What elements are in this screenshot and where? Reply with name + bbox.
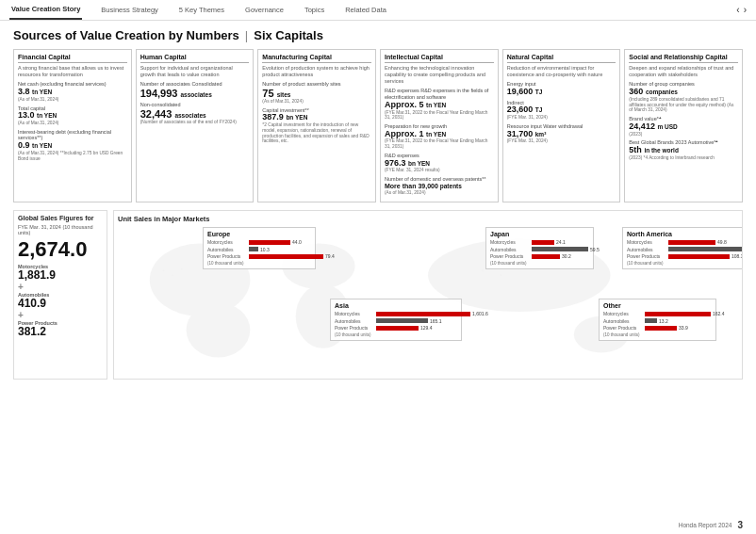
next-arrow[interactable]: › <box>744 5 747 15</box>
svg-point-13 <box>500 275 501 277</box>
natural-capital-title: Natural Capital <box>507 54 616 63</box>
social-capital-title: Social and Relationship Capital <box>629 54 738 63</box>
financial-metric-1: Net cash (excluding financial services) … <box>18 81 127 102</box>
global-sales-motorcycles: Motorcycles 1,881.9 <box>18 264 103 282</box>
north-america-region-box: North America Motorcycles 49.8 Automobil… <box>622 227 743 269</box>
financial-capital-card: Financial Capital A strong financial bas… <box>13 49 132 202</box>
nav-item-related-data[interactable]: Related Data <box>343 0 388 20</box>
intellectual-capital-title: Intellectual Capital <box>385 54 494 63</box>
manufacturing-metric-1: Number of product assembly sites 75 site… <box>262 81 371 104</box>
nav-item-topics[interactable]: Topics <box>303 0 326 20</box>
nav-arrows: ‹ › <box>736 5 747 15</box>
intellectual-capital-desc: Enhancing the technological innovation c… <box>385 65 494 85</box>
human-capital-card: Human Capital Support for individual and… <box>136 49 255 202</box>
svg-point-11 <box>318 259 320 261</box>
asia-region-box: Asia Motorcycles 1,601.6 Automobiles 165… <box>330 299 462 341</box>
other-region-box: Other Motorcycles 162.4 Automobiles 13.2 <box>599 299 716 341</box>
human-metric-2: Non-consolidated 32,443 associates (Numb… <box>140 102 250 124</box>
social-capital-card: Social and Relationship Capital Deepen a… <box>624 49 743 202</box>
manufacturing-capital-title: Manufacturing Capital <box>262 54 371 63</box>
page-title: Sources of Value Creation by Numbers|Six… <box>13 28 743 42</box>
nav-item-governance[interactable]: Governance <box>243 0 286 20</box>
europe-region-box: Europe Motorcycles 44.0 Automobiles 10.3 <box>203 227 316 269</box>
svg-point-7 <box>172 275 173 277</box>
global-sales-automobiles: Automobiles 410.9 <box>18 292 103 310</box>
svg-point-6 <box>162 270 164 272</box>
bottom-section: Global Sales Figures for FYE Mar. 31, 20… <box>13 210 743 380</box>
svg-point-8 <box>181 268 183 270</box>
financial-metric-3: Interest-bearing debt (excluding financi… <box>18 129 127 162</box>
human-metric-1: Number of associates Consolidated 194,99… <box>140 81 250 99</box>
nav-item-business-strategy[interactable]: Business Strategy <box>99 0 159 20</box>
unit-sales-panel: Unit Sales in Major Markets <box>113 210 743 380</box>
financial-capital-title: Financial Capital <box>18 54 127 63</box>
main-content: Sources of Value Creation by Numbers|Six… <box>0 21 756 385</box>
japan-region-box: Japan Motorcycles 24.1 Automobiles 59.5 <box>485 227 594 269</box>
social-capital-desc: Deepen and expand relationships of trust… <box>629 65 738 78</box>
svg-point-12 <box>482 270 484 272</box>
global-sales-power-products: Power Products 381.2 <box>18 320 103 338</box>
capitals-row: Financial Capital A strong financial bas… <box>13 49 743 202</box>
manufacturing-capital-desc: Evolution of production system to achiev… <box>262 65 371 78</box>
nav-item-value-creation[interactable]: Value Creation Story <box>9 0 82 20</box>
natural-capital-desc: Reduction of environmental impact for co… <box>507 65 616 78</box>
financial-metric-2: Total capital 13.0 tn YEN (As of Mar.31,… <box>18 105 127 126</box>
manufacturing-capital-card: Manufacturing Capital Evolution of produ… <box>257 49 376 202</box>
page-footer: Honda Report 2024 3 <box>679 520 743 530</box>
manufacturing-metric-2: Capital investment*² 387.9 bn YEN *2 Cap… <box>262 107 371 144</box>
page-number: 3 <box>737 520 743 530</box>
intellectual-capital-card: Intellectual Capital Enhancing the techn… <box>380 49 499 202</box>
unit-sales-title: Unit Sales in Major Markets <box>118 215 738 223</box>
global-sales-panel: Global Sales Figures for FYE Mar. 31, 20… <box>13 210 107 380</box>
nav-item-5-key-themes[interactable]: 5 Key Themes <box>177 0 226 20</box>
honda-report-label: Honda Report 2024 <box>679 522 732 528</box>
global-sales-title: Global Sales Figures for <box>18 215 103 222</box>
human-capital-title: Human Capital <box>140 54 250 63</box>
natural-capital-card: Natural Capital Reduction of environment… <box>502 49 621 202</box>
global-sales-fye: FYE Mar. 31, 2024 (10 thousand units) <box>18 224 103 235</box>
map-area: Europe Motorcycles 44.0 Automobiles 10.3 <box>118 225 738 371</box>
financial-capital-desc: A strong financial base that allows us t… <box>18 65 127 78</box>
global-sales-total: 2,674.0 <box>18 239 103 260</box>
svg-point-3 <box>187 303 251 358</box>
top-navigation: Value Creation Story Business Strategy 5… <box>0 0 756 21</box>
prev-arrow[interactable]: ‹ <box>736 5 739 15</box>
human-capital-desc: Support for individual and organizationa… <box>140 65 250 78</box>
